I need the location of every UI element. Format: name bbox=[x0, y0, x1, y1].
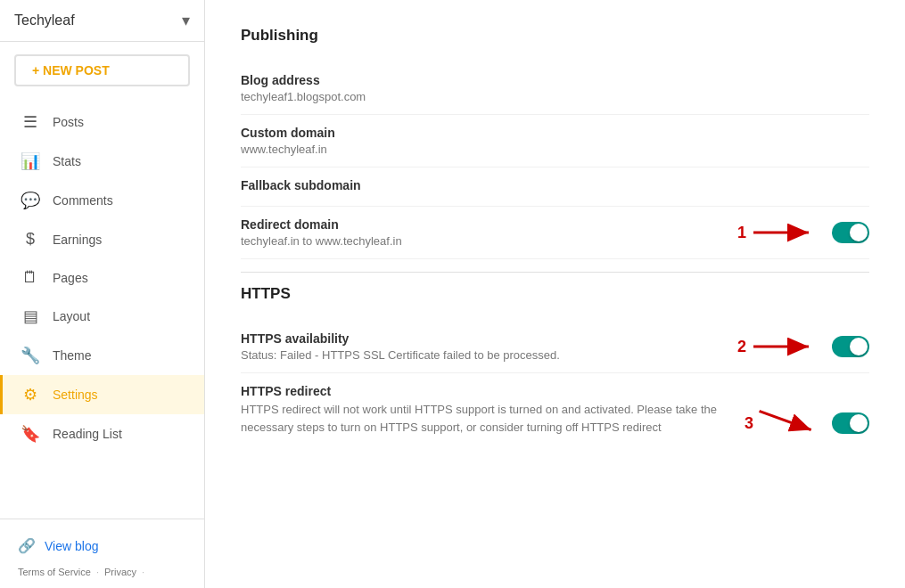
publishing-title: Publishing bbox=[241, 27, 869, 45]
arrow-3 bbox=[755, 399, 831, 447]
sidebar-bottom-links: Terms of Service · Privacy · bbox=[14, 561, 190, 577]
footer-separator: · bbox=[96, 567, 99, 577]
sidebar-item-settings-label: Settings bbox=[53, 388, 98, 402]
https-availability-toggle[interactable] bbox=[832, 336, 869, 357]
sidebar-item-pages-label: Pages bbox=[53, 271, 88, 285]
https-redirect-content: HTTPS redirect HTTPS redirect will not w… bbox=[241, 384, 745, 436]
https-availability-row: HTTPS availability Status: Failed - HTTP… bbox=[241, 321, 869, 373]
https-title: HTTPS bbox=[241, 285, 869, 303]
sidebar-footer: 🔗 View blog Terms of Service · Privacy · bbox=[0, 519, 204, 588]
https-redirect-toggle-container: 3 bbox=[745, 384, 869, 436]
sidebar-item-reading-list-label: Reading List bbox=[53, 427, 122, 441]
layout-icon: ▤ bbox=[21, 306, 40, 326]
https-redirect-toggle-thumb bbox=[850, 414, 868, 432]
pages-icon: 🗒 bbox=[21, 268, 40, 287]
blog-address-value: techyleaf1.blogspot.com bbox=[241, 90, 869, 103]
https-availability-value: Status: Failed - HTTPS SSL Certificate f… bbox=[241, 348, 737, 362]
sidebar-header: Techyleaf ▾ bbox=[0, 0, 204, 42]
stats-icon: 📊 bbox=[21, 151, 40, 171]
sidebar: Techyleaf ▾ + NEW POST ☰ Posts 📊 Stats 💬… bbox=[0, 0, 205, 588]
theme-icon: 🔧 bbox=[21, 346, 40, 365]
sidebar-item-pages[interactable]: 🗒 Pages bbox=[0, 258, 204, 297]
custom-domain-label: Custom domain bbox=[241, 126, 869, 140]
custom-domain-value: www.techyleaf.in bbox=[241, 143, 869, 156]
sidebar-nav: ☰ Posts 📊 Stats 💬 Comments $ Earnings 🗒 … bbox=[0, 99, 204, 519]
sidebar-item-theme-label: Theme bbox=[53, 348, 92, 363]
reading-list-icon: 🔖 bbox=[21, 424, 40, 444]
sidebar-item-comments-label: Comments bbox=[53, 193, 113, 208]
posts-icon: ☰ bbox=[21, 112, 40, 132]
redirect-domain-toggle[interactable] bbox=[832, 222, 869, 243]
https-availability-toggle-container: 2 bbox=[737, 334, 869, 359]
https-availability-label: HTTPS availability bbox=[241, 331, 737, 346]
privacy-link[interactable]: Privacy bbox=[104, 567, 136, 577]
view-blog-icon: 🔗 bbox=[18, 537, 36, 554]
redirect-domain-label: Redirect domain bbox=[241, 217, 737, 232]
sidebar-item-posts[interactable]: ☰ Posts bbox=[0, 102, 204, 142]
fallback-subdomain-label: Fallback subdomain bbox=[241, 178, 869, 192]
view-blog-label: View blog bbox=[45, 539, 98, 553]
https-availability-inline: HTTPS availability Status: Failed - HTTP… bbox=[241, 331, 869, 362]
custom-domain-row: Custom domain www.techyleaf.in bbox=[241, 115, 869, 167]
https-redirect-inline: HTTPS redirect HTTPS redirect will not w… bbox=[241, 384, 869, 436]
sidebar-item-reading-list[interactable]: 🔖 Reading List bbox=[0, 414, 204, 453]
https-availability-toggle-thumb bbox=[850, 338, 868, 355]
sidebar-item-comments[interactable]: 💬 Comments bbox=[0, 181, 204, 220]
arrow-2 bbox=[753, 334, 825, 359]
redirect-domain-value: techyleaf.in to www.techyleaf.in bbox=[241, 234, 737, 248]
blog-title: Techyleaf bbox=[14, 12, 75, 29]
sidebar-item-settings[interactable]: ⚙ Settings bbox=[0, 375, 204, 414]
redirect-domain-toggle-container: 1 bbox=[737, 220, 869, 245]
comments-icon: 💬 bbox=[21, 191, 40, 210]
svg-line-5 bbox=[759, 411, 810, 429]
new-post-button[interactable]: + NEW POST bbox=[14, 54, 190, 86]
arrow-number-1: 1 bbox=[737, 224, 746, 242]
blog-address-label: Blog address bbox=[241, 73, 869, 87]
section-divider-1 bbox=[241, 272, 869, 273]
https-redirect-toggle[interactable] bbox=[832, 412, 869, 434]
redirect-domain-content: Redirect domain techyleaf.in to www.tech… bbox=[241, 217, 737, 248]
https-redirect-row: HTTPS redirect HTTPS redirect will not w… bbox=[241, 373, 869, 446]
sidebar-item-theme[interactable]: 🔧 Theme bbox=[0, 336, 204, 375]
https-redirect-value: HTTPS redirect will not work until HTTPS… bbox=[241, 401, 745, 436]
https-redirect-label: HTTPS redirect bbox=[241, 384, 745, 398]
https-availability-content: HTTPS availability Status: Failed - HTTP… bbox=[241, 331, 737, 362]
redirect-domain-row: Redirect domain techyleaf.in to www.tech… bbox=[241, 207, 869, 259]
dropdown-icon[interactable]: ▾ bbox=[182, 11, 190, 30]
arrow-number-2: 2 bbox=[737, 338, 746, 356]
redirect-domain-inline: Redirect domain techyleaf.in to www.tech… bbox=[241, 217, 869, 248]
sidebar-item-layout[interactable]: ▤ Layout bbox=[0, 297, 204, 336]
sidebar-item-layout-label: Layout bbox=[53, 309, 90, 323]
sidebar-item-earnings[interactable]: $ Earnings bbox=[0, 220, 204, 258]
earnings-icon: $ bbox=[21, 230, 40, 249]
redirect-domain-toggle-thumb bbox=[850, 224, 868, 241]
terms-link[interactable]: Terms of Service bbox=[18, 567, 91, 577]
settings-icon: ⚙ bbox=[21, 385, 40, 404]
main-content: Publishing Blog address techyleaf1.blogs… bbox=[205, 0, 905, 588]
blog-address-row: Blog address techyleaf1.blogspot.com bbox=[241, 62, 869, 115]
sidebar-item-stats-label: Stats bbox=[53, 154, 81, 168]
sidebar-item-stats[interactable]: 📊 Stats bbox=[0, 142, 204, 181]
footer-separator2: · bbox=[142, 567, 144, 577]
arrow-number-3: 3 bbox=[745, 414, 753, 433]
arrow-1 bbox=[753, 220, 825, 245]
sidebar-item-posts-label: Posts bbox=[53, 115, 84, 129]
view-blog-link[interactable]: 🔗 View blog bbox=[14, 530, 190, 561]
fallback-subdomain-row: Fallback subdomain bbox=[241, 167, 869, 207]
sidebar-item-earnings-label: Earnings bbox=[53, 233, 102, 247]
